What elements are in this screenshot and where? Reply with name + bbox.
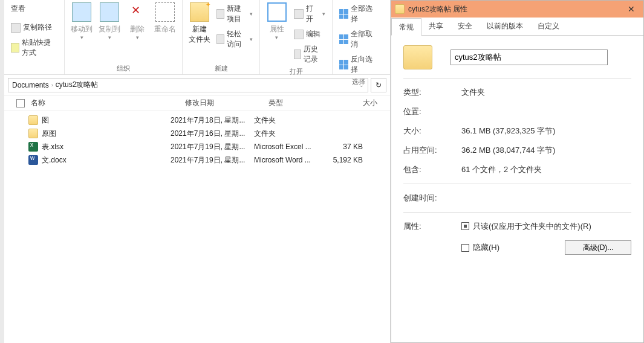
refresh-button[interactable]: ↻ (371, 78, 386, 92)
size-label: 大小: (403, 126, 461, 136)
col-name[interactable]: 名称 (31, 98, 185, 108)
select-all-checkbox[interactable] (16, 99, 25, 107)
folder-name-input[interactable] (450, 50, 608, 65)
chevron-down-icon[interactable]: ⌄ (359, 82, 364, 88)
file-name: 文.docx (42, 155, 67, 165)
copy-path-button[interactable]: 复制路径 (9, 21, 59, 34)
file-date: 2021年7月18日, 星期... (171, 115, 254, 126)
hidden-checkbox[interactable] (461, 244, 469, 252)
file-row[interactable]: 原图2021年7月16日, 星期...文件夹 (16, 127, 390, 140)
contains-label: 包含: (403, 164, 461, 175)
file-type: 文件夹 (254, 129, 327, 139)
disk-label: 占用空间: (403, 145, 461, 156)
address-bar: Documents › cytus2攻略帖 ⌄ ↻ (4, 75, 390, 95)
ribbon: 查看 复制路径 粘贴快捷方式 移动到▾ 复制到▾ 删除▾ 重命名 组织 新建 文… (4, 0, 390, 75)
file-row[interactable]: 表.xlsx2021年7月19日, 星期...Microsoft Excel .… (16, 140, 390, 153)
open-button[interactable]: 打开▾ (292, 2, 327, 25)
file-date: 2021年7月19日, 星期... (171, 142, 254, 152)
close-button[interactable]: ✕ (619, 1, 643, 18)
folder-icon (395, 4, 405, 14)
organize-group-label: 组织 (70, 63, 177, 73)
attributes-label: 属性: (403, 221, 461, 232)
readonly-checkbox[interactable] (461, 222, 469, 230)
view-button[interactable]: 查看 (9, 2, 59, 15)
file-name: 表.xlsx (42, 142, 63, 152)
file-date: 2021年7月19日, 星期... (171, 155, 254, 165)
new-item-button[interactable]: 新建项目▾ (215, 2, 255, 25)
type-label: 类型: (403, 87, 461, 98)
properties-tabs: 常规共享安全以前的版本自定义 (391, 18, 643, 36)
edit-button[interactable]: 编辑 (292, 28, 327, 40)
properties-title-text: cytus2攻略帖 属性 (408, 4, 467, 14)
move-to-button[interactable]: 移动到▾ (70, 2, 94, 40)
type-value: 文件夹 (461, 87, 631, 98)
readonly-text: 只读(仅应用于文件夹中的文件)(R) (473, 222, 591, 231)
select-all-button[interactable]: 全部选择 (337, 2, 380, 25)
docx-icon (28, 155, 38, 165)
col-type[interactable]: 类型 (268, 98, 341, 108)
file-row[interactable]: 图2021年7月18日, 星期...文件夹 (16, 114, 390, 127)
file-date: 2021年7月16日, 星期... (171, 129, 254, 139)
created-label: 创建时间: (403, 193, 461, 204)
properties-titlebar[interactable]: cytus2攻略帖 属性 ✕ (391, 1, 643, 18)
folder-icon (28, 129, 38, 138)
file-type: Microsoft Word ... (254, 156, 327, 164)
properties-button[interactable]: 属性▾ (265, 2, 288, 40)
address-path[interactable]: Documents › cytus2攻略帖 ⌄ (8, 78, 368, 92)
properties-tab[interactable]: 自定义 (530, 18, 567, 35)
file-explorer: 查看 复制路径 粘贴快捷方式 移动到▾ 复制到▾ 删除▾ 重命名 组织 新建 文… (4, 0, 391, 343)
new-group-label: 新建 (187, 63, 255, 73)
breadcrumb-seg[interactable]: cytus2攻略帖 (56, 80, 99, 90)
xlsx-icon (28, 142, 38, 152)
chevron-right-icon: › (51, 82, 53, 88)
file-name: 原图 (42, 129, 56, 139)
select-none-button[interactable]: 全部取消 (337, 28, 380, 51)
folder-large-icon (403, 45, 432, 69)
file-name: 图 (42, 115, 49, 126)
breadcrumb-seg[interactable]: Documents (12, 81, 49, 89)
folder-icon (28, 115, 38, 125)
properties-tab[interactable]: 常规 (391, 18, 421, 36)
column-headers: 名称 修改日期 类型 大小 (4, 95, 390, 111)
file-type: 文件夹 (254, 115, 327, 126)
open-group-label: 打开 (265, 66, 327, 76)
contains-value: 61 个文件，2 个文件夹 (461, 164, 631, 175)
disk-value: 36.2 MB (38,047,744 字节) (461, 145, 631, 156)
copy-to-button[interactable]: 复制到▾ (97, 2, 122, 40)
size-value: 36.1 MB (37,923,325 字节) (461, 126, 631, 136)
advanced-button[interactable]: 高级(D)... (565, 240, 631, 255)
properties-tab[interactable]: 安全 (450, 18, 480, 35)
delete-button[interactable]: 删除▾ (125, 2, 149, 40)
file-list: 图2021年7月18日, 星期...文件夹原图2021年7月16日, 星期...… (4, 111, 390, 167)
rename-button[interactable]: 重命名 (153, 2, 177, 34)
properties-dialog: cytus2攻略帖 属性 ✕ 常规共享安全以前的版本自定义 类型:文件夹 位置:… (391, 0, 644, 343)
location-label: 位置: (403, 106, 461, 117)
file-size: 37 KB (327, 143, 363, 151)
col-size[interactable]: 大小 (341, 98, 377, 108)
col-date[interactable]: 修改日期 (185, 98, 268, 108)
new-folder-button[interactable]: 新建 文件夹 (187, 2, 211, 45)
history-button[interactable]: 历史记录 (292, 43, 327, 66)
file-type: Microsoft Excel ... (254, 143, 327, 151)
hidden-text: 隐藏(H) (473, 242, 499, 253)
paste-shortcut-button[interactable]: 粘贴快捷方式 (9, 36, 59, 59)
properties-tab[interactable]: 共享 (421, 18, 450, 35)
invert-selection-button[interactable]: 反向选择 (337, 53, 380, 76)
easy-access-button[interactable]: 轻松访问▾ (215, 28, 255, 51)
file-size: 5,192 KB (327, 156, 363, 164)
properties-tab[interactable]: 以前的版本 (480, 18, 530, 35)
file-row[interactable]: 文.docx2021年7月19日, 星期...Microsoft Word ..… (16, 153, 390, 167)
